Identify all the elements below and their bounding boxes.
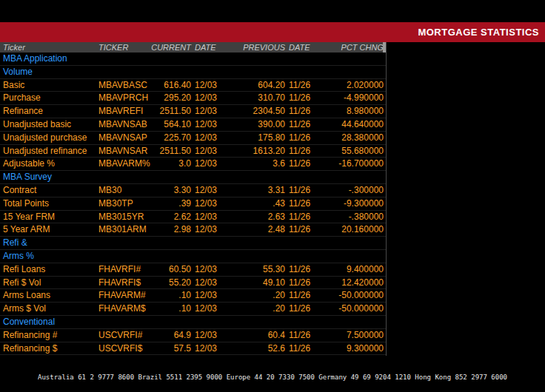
data-row[interactable]: RefinanceMBAVREFI2511.5012/032304.5011/2… bbox=[0, 105, 387, 118]
bloomberg-terminal-screen: MORTGAGE STATISTICS Ticker TICKER CURREN… bbox=[0, 0, 545, 392]
data-row[interactable]: BasicMBAVBASC616.4012/03604.2011/262.020… bbox=[0, 79, 387, 92]
section-row[interactable]: MBA Survey bbox=[0, 171, 387, 184]
previous-date: 11/26 bbox=[289, 92, 310, 104]
previous-date: 11/26 bbox=[289, 158, 310, 170]
data-row[interactable]: Refinancing $USCVRFI$57.512/0352.611/269… bbox=[0, 342, 387, 356]
pct-chng-value: 2.020000 bbox=[317, 79, 384, 92]
section-row[interactable]: MBA Application bbox=[0, 53, 387, 66]
current-value: 225.70 bbox=[136, 132, 191, 144]
data-row[interactable]: Arms $ VolFHAVARM$.1012/03.2011/26-50.00… bbox=[0, 303, 387, 316]
section-label: Conventional bbox=[3, 316, 55, 328]
data-row[interactable]: Total PointsMB30TP.3912/03.4311/26-9.300… bbox=[0, 197, 387, 211]
previous-date: 11/26 bbox=[289, 342, 310, 355]
footer-contact-line-1: Australia 61 2 9777 8600 Brazil 5511 239… bbox=[0, 374, 545, 382]
pct-chng-value: 12.420000 bbox=[317, 277, 384, 289]
current-date: 12/03 bbox=[195, 92, 217, 104]
pct-chng-value: -.300000 bbox=[317, 184, 384, 197]
row-name: Adjustable % bbox=[3, 158, 55, 170]
current-date: 12/03 bbox=[195, 105, 217, 118]
section-row[interactable]: Refi & bbox=[0, 237, 387, 250]
pct-chng-value: 8.980000 bbox=[317, 105, 384, 118]
previous-date: 11/26 bbox=[289, 263, 310, 276]
previous-date: 11/26 bbox=[289, 211, 310, 223]
data-row[interactable]: PurchaseMBAVPRCH295.2012/03310.7011/26-4… bbox=[0, 92, 387, 105]
section-label: Arms % bbox=[3, 250, 34, 263]
current-date: 12/03 bbox=[195, 145, 217, 158]
current-date: 12/03 bbox=[195, 277, 217, 289]
data-row[interactable]: 15 Year FRMMB3015YR2.6212/032.6311/26-.3… bbox=[0, 211, 387, 224]
current-value: .39 bbox=[136, 197, 191, 210]
current-value: 2.62 bbox=[136, 211, 191, 223]
previous-date: 11/26 bbox=[289, 118, 310, 131]
previous-value: 175.80 bbox=[232, 132, 285, 144]
data-row[interactable]: Unadjusted basicMBAVNSAB564.1012/03390.0… bbox=[0, 118, 387, 132]
data-row[interactable]: Arms LoansFHAVARM#.1012/03.2011/26-50.00… bbox=[0, 289, 387, 303]
title-bar: MORTGAGE STATISTICS bbox=[0, 22, 545, 42]
section-label: Refi & bbox=[3, 237, 27, 249]
current-value: 3.30 bbox=[136, 184, 191, 197]
row-ticker: FHAVRFI$ bbox=[98, 277, 141, 289]
row-name: Refinance bbox=[3, 105, 43, 118]
data-row[interactable]: Refi LoansFHAVRFI#60.5012/0355.3011/269.… bbox=[0, 263, 387, 277]
col-header-ticker: TICKER bbox=[98, 42, 128, 53]
data-row[interactable]: Refinancing #USCVRFI#64.912/0360.411/267… bbox=[0, 329, 387, 342]
row-name: Refinancing # bbox=[3, 329, 57, 342]
pct-chng-value: -.380000 bbox=[317, 211, 384, 223]
current-value: 2.98 bbox=[136, 223, 191, 236]
row-name: Unadjusted basic bbox=[3, 118, 71, 131]
row-name: 5 Year ARM bbox=[3, 223, 50, 236]
previous-value: 2.63 bbox=[232, 211, 285, 223]
previous-value: .20 bbox=[232, 303, 285, 315]
row-name: Unadjusted purchase bbox=[3, 132, 87, 144]
col-header-current: CURRENT bbox=[136, 42, 191, 53]
current-date: 12/03 bbox=[195, 79, 217, 92]
scrollbar-thumb[interactable] bbox=[383, 42, 386, 53]
current-date: 12/03 bbox=[195, 329, 217, 342]
data-row[interactable]: ContractMB303.3012/033.3111/26-.300000 bbox=[0, 184, 387, 197]
current-date: 12/03 bbox=[195, 263, 217, 276]
previous-date: 11/26 bbox=[289, 145, 310, 158]
data-row[interactable]: Adjustable %MBAVARM%3.012/033.611/26-16.… bbox=[0, 158, 387, 171]
pct-chng-value: -16.700000 bbox=[317, 158, 384, 170]
previous-value: 604.20 bbox=[232, 79, 285, 92]
terminal-footer: Australia 61 2 9777 8600 Brazil 5511 239… bbox=[0, 358, 545, 392]
pct-chng-value: -50.000000 bbox=[317, 303, 384, 315]
row-name: Contract bbox=[3, 184, 36, 197]
pct-chng-value: 20.160000 bbox=[317, 223, 384, 236]
col-header-previous: PREVIOUS bbox=[232, 42, 285, 53]
previous-value: 52.6 bbox=[232, 342, 285, 355]
current-date: 12/03 bbox=[195, 184, 217, 197]
section-row[interactable]: Volume bbox=[0, 66, 387, 79]
current-value: 2511.50 bbox=[136, 145, 191, 158]
table-header-row: Ticker TICKER CURRENT DATE PREVIOUS DATE… bbox=[0, 42, 387, 53]
section-label: MBA Survey bbox=[3, 171, 52, 183]
data-row[interactable]: 5 Year ARMMB301ARM2.9812/032.4811/2620.1… bbox=[0, 223, 387, 237]
current-value: .10 bbox=[136, 289, 191, 302]
row-ticker: MB30 bbox=[98, 184, 121, 197]
current-value: .10 bbox=[136, 303, 191, 315]
row-name: Unadjusted refinance bbox=[3, 145, 87, 158]
row-name: 15 Year FRM bbox=[3, 211, 55, 223]
data-row[interactable]: Unadjusted refinanceMBAVNSAR2511.5012/03… bbox=[0, 145, 387, 158]
section-label: MBA Application bbox=[3, 53, 67, 65]
pct-chng-value: -50.000000 bbox=[317, 289, 384, 302]
current-date: 12/03 bbox=[195, 211, 217, 223]
section-row[interactable]: Conventional bbox=[0, 316, 387, 329]
data-row[interactable]: Unadjusted purchaseMBAVNSAP225.7012/0317… bbox=[0, 132, 387, 145]
previous-value: 390.00 bbox=[232, 118, 285, 131]
previous-date: 11/26 bbox=[289, 329, 310, 342]
scrollbar-track[interactable] bbox=[386, 42, 387, 356]
col-header-pct-chng: PCT CHNG bbox=[317, 42, 384, 53]
previous-date: 11/26 bbox=[289, 289, 310, 302]
page-title: MORTGAGE STATISTICS bbox=[418, 27, 545, 38]
data-row[interactable]: Refi $ VolFHAVRFI$55.2012/0349.1011/2612… bbox=[0, 277, 387, 290]
row-name: Total Points bbox=[3, 197, 49, 210]
current-value: 60.50 bbox=[136, 263, 191, 276]
section-row[interactable]: Arms % bbox=[0, 250, 387, 263]
previous-value: 49.10 bbox=[232, 277, 285, 289]
current-date: 12/03 bbox=[195, 342, 217, 355]
previous-date: 11/26 bbox=[289, 184, 310, 197]
previous-value: .20 bbox=[232, 289, 285, 302]
pct-chng-value: -4.990000 bbox=[317, 92, 384, 104]
pct-chng-value: 7.500000 bbox=[317, 329, 384, 342]
